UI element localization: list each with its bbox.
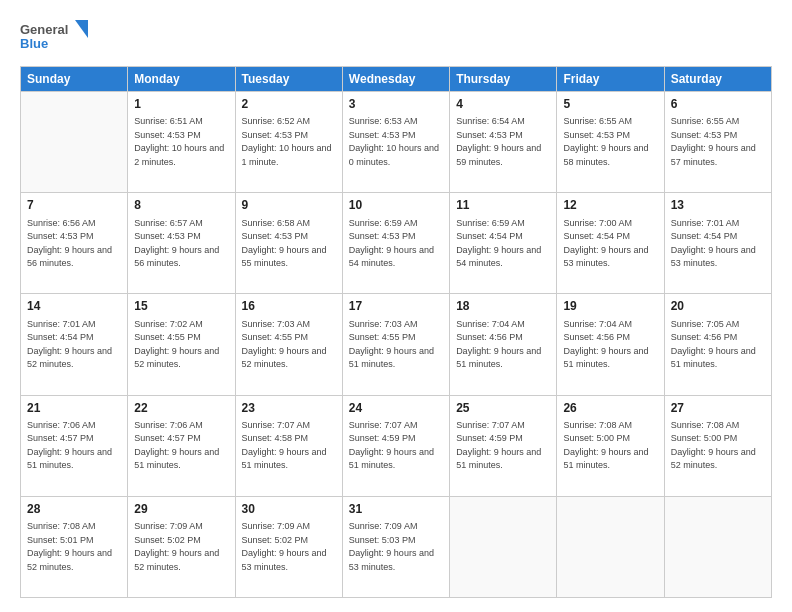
day-number: 16 bbox=[242, 298, 336, 315]
header: General Blue bbox=[20, 18, 772, 56]
day-number: 28 bbox=[27, 501, 121, 518]
day-info: Sunrise: 7:09 AMSunset: 5:03 PMDaylight:… bbox=[349, 520, 443, 574]
weekday-header-row: SundayMondayTuesdayWednesdayThursdayFrid… bbox=[21, 67, 772, 92]
day-info: Sunrise: 7:09 AMSunset: 5:02 PMDaylight:… bbox=[242, 520, 336, 574]
day-number: 8 bbox=[134, 197, 228, 214]
day-info: Sunrise: 7:00 AMSunset: 4:54 PMDaylight:… bbox=[563, 217, 657, 271]
calendar-cell: 26Sunrise: 7:08 AMSunset: 5:00 PMDayligh… bbox=[557, 395, 664, 496]
svg-text:Blue: Blue bbox=[20, 36, 48, 51]
calendar-cell: 17Sunrise: 7:03 AMSunset: 4:55 PMDayligh… bbox=[342, 294, 449, 395]
calendar-cell: 5Sunrise: 6:55 AMSunset: 4:53 PMDaylight… bbox=[557, 92, 664, 193]
day-number: 10 bbox=[349, 197, 443, 214]
day-number: 30 bbox=[242, 501, 336, 518]
svg-text:General: General bbox=[20, 22, 68, 37]
day-info: Sunrise: 7:02 AMSunset: 4:55 PMDaylight:… bbox=[134, 318, 228, 372]
calendar-cell: 24Sunrise: 7:07 AMSunset: 4:59 PMDayligh… bbox=[342, 395, 449, 496]
calendar-cell: 27Sunrise: 7:08 AMSunset: 5:00 PMDayligh… bbox=[664, 395, 771, 496]
day-number: 5 bbox=[563, 96, 657, 113]
logo: General Blue bbox=[20, 18, 90, 56]
day-info: Sunrise: 6:53 AMSunset: 4:53 PMDaylight:… bbox=[349, 115, 443, 169]
calendar-cell: 7Sunrise: 6:56 AMSunset: 4:53 PMDaylight… bbox=[21, 193, 128, 294]
day-info: Sunrise: 6:59 AMSunset: 4:54 PMDaylight:… bbox=[456, 217, 550, 271]
day-info: Sunrise: 7:03 AMSunset: 4:55 PMDaylight:… bbox=[349, 318, 443, 372]
calendar-cell: 11Sunrise: 6:59 AMSunset: 4:54 PMDayligh… bbox=[450, 193, 557, 294]
svg-marker-2 bbox=[75, 20, 88, 38]
day-number: 6 bbox=[671, 96, 765, 113]
day-info: Sunrise: 6:57 AMSunset: 4:53 PMDaylight:… bbox=[134, 217, 228, 271]
weekday-header: Tuesday bbox=[235, 67, 342, 92]
calendar-week-row: 28Sunrise: 7:08 AMSunset: 5:01 PMDayligh… bbox=[21, 496, 772, 597]
calendar-cell: 22Sunrise: 7:06 AMSunset: 4:57 PMDayligh… bbox=[128, 395, 235, 496]
calendar-cell: 25Sunrise: 7:07 AMSunset: 4:59 PMDayligh… bbox=[450, 395, 557, 496]
day-info: Sunrise: 7:03 AMSunset: 4:55 PMDaylight:… bbox=[242, 318, 336, 372]
weekday-header: Wednesday bbox=[342, 67, 449, 92]
calendar-cell: 30Sunrise: 7:09 AMSunset: 5:02 PMDayligh… bbox=[235, 496, 342, 597]
weekday-header: Monday bbox=[128, 67, 235, 92]
day-number: 24 bbox=[349, 400, 443, 417]
day-info: Sunrise: 7:04 AMSunset: 4:56 PMDaylight:… bbox=[563, 318, 657, 372]
day-info: Sunrise: 6:56 AMSunset: 4:53 PMDaylight:… bbox=[27, 217, 121, 271]
day-number: 22 bbox=[134, 400, 228, 417]
calendar: SundayMondayTuesdayWednesdayThursdayFrid… bbox=[20, 66, 772, 598]
day-number: 15 bbox=[134, 298, 228, 315]
day-info: Sunrise: 7:07 AMSunset: 4:59 PMDaylight:… bbox=[349, 419, 443, 473]
day-info: Sunrise: 6:51 AMSunset: 4:53 PMDaylight:… bbox=[134, 115, 228, 169]
calendar-week-row: 21Sunrise: 7:06 AMSunset: 4:57 PMDayligh… bbox=[21, 395, 772, 496]
calendar-cell: 31Sunrise: 7:09 AMSunset: 5:03 PMDayligh… bbox=[342, 496, 449, 597]
calendar-cell: 1Sunrise: 6:51 AMSunset: 4:53 PMDaylight… bbox=[128, 92, 235, 193]
calendar-cell: 8Sunrise: 6:57 AMSunset: 4:53 PMDaylight… bbox=[128, 193, 235, 294]
calendar-cell: 2Sunrise: 6:52 AMSunset: 4:53 PMDaylight… bbox=[235, 92, 342, 193]
calendar-cell: 9Sunrise: 6:58 AMSunset: 4:53 PMDaylight… bbox=[235, 193, 342, 294]
day-info: Sunrise: 7:08 AMSunset: 5:00 PMDaylight:… bbox=[563, 419, 657, 473]
day-number: 20 bbox=[671, 298, 765, 315]
calendar-cell: 29Sunrise: 7:09 AMSunset: 5:02 PMDayligh… bbox=[128, 496, 235, 597]
day-info: Sunrise: 6:58 AMSunset: 4:53 PMDaylight:… bbox=[242, 217, 336, 271]
calendar-cell: 18Sunrise: 7:04 AMSunset: 4:56 PMDayligh… bbox=[450, 294, 557, 395]
calendar-week-row: 1Sunrise: 6:51 AMSunset: 4:53 PMDaylight… bbox=[21, 92, 772, 193]
calendar-cell: 21Sunrise: 7:06 AMSunset: 4:57 PMDayligh… bbox=[21, 395, 128, 496]
day-info: Sunrise: 6:59 AMSunset: 4:53 PMDaylight:… bbox=[349, 217, 443, 271]
day-info: Sunrise: 7:07 AMSunset: 4:59 PMDaylight:… bbox=[456, 419, 550, 473]
day-number: 25 bbox=[456, 400, 550, 417]
day-number: 11 bbox=[456, 197, 550, 214]
day-info: Sunrise: 7:04 AMSunset: 4:56 PMDaylight:… bbox=[456, 318, 550, 372]
weekday-header: Sunday bbox=[21, 67, 128, 92]
day-info: Sunrise: 7:09 AMSunset: 5:02 PMDaylight:… bbox=[134, 520, 228, 574]
day-number: 3 bbox=[349, 96, 443, 113]
day-number: 29 bbox=[134, 501, 228, 518]
day-number: 26 bbox=[563, 400, 657, 417]
day-number: 17 bbox=[349, 298, 443, 315]
day-number: 31 bbox=[349, 501, 443, 518]
calendar-cell: 19Sunrise: 7:04 AMSunset: 4:56 PMDayligh… bbox=[557, 294, 664, 395]
day-info: Sunrise: 7:07 AMSunset: 4:58 PMDaylight:… bbox=[242, 419, 336, 473]
logo-svg: General Blue bbox=[20, 18, 90, 56]
weekday-header: Friday bbox=[557, 67, 664, 92]
calendar-cell: 12Sunrise: 7:00 AMSunset: 4:54 PMDayligh… bbox=[557, 193, 664, 294]
calendar-cell: 28Sunrise: 7:08 AMSunset: 5:01 PMDayligh… bbox=[21, 496, 128, 597]
page: General Blue SundayMondayTuesdayWednesda… bbox=[0, 0, 792, 612]
calendar-cell bbox=[21, 92, 128, 193]
day-number: 27 bbox=[671, 400, 765, 417]
weekday-header: Saturday bbox=[664, 67, 771, 92]
day-info: Sunrise: 6:55 AMSunset: 4:53 PMDaylight:… bbox=[671, 115, 765, 169]
day-info: Sunrise: 7:05 AMSunset: 4:56 PMDaylight:… bbox=[671, 318, 765, 372]
day-number: 1 bbox=[134, 96, 228, 113]
calendar-cell: 23Sunrise: 7:07 AMSunset: 4:58 PMDayligh… bbox=[235, 395, 342, 496]
day-number: 21 bbox=[27, 400, 121, 417]
calendar-cell: 6Sunrise: 6:55 AMSunset: 4:53 PMDaylight… bbox=[664, 92, 771, 193]
day-number: 13 bbox=[671, 197, 765, 214]
day-info: Sunrise: 7:01 AMSunset: 4:54 PMDaylight:… bbox=[671, 217, 765, 271]
calendar-cell bbox=[664, 496, 771, 597]
day-number: 9 bbox=[242, 197, 336, 214]
day-number: 18 bbox=[456, 298, 550, 315]
calendar-cell: 4Sunrise: 6:54 AMSunset: 4:53 PMDaylight… bbox=[450, 92, 557, 193]
day-number: 7 bbox=[27, 197, 121, 214]
calendar-cell: 3Sunrise: 6:53 AMSunset: 4:53 PMDaylight… bbox=[342, 92, 449, 193]
day-info: Sunrise: 6:52 AMSunset: 4:53 PMDaylight:… bbox=[242, 115, 336, 169]
day-info: Sunrise: 7:06 AMSunset: 4:57 PMDaylight:… bbox=[27, 419, 121, 473]
day-number: 23 bbox=[242, 400, 336, 417]
day-info: Sunrise: 7:08 AMSunset: 5:01 PMDaylight:… bbox=[27, 520, 121, 574]
calendar-cell: 10Sunrise: 6:59 AMSunset: 4:53 PMDayligh… bbox=[342, 193, 449, 294]
day-info: Sunrise: 6:55 AMSunset: 4:53 PMDaylight:… bbox=[563, 115, 657, 169]
calendar-cell: 14Sunrise: 7:01 AMSunset: 4:54 PMDayligh… bbox=[21, 294, 128, 395]
